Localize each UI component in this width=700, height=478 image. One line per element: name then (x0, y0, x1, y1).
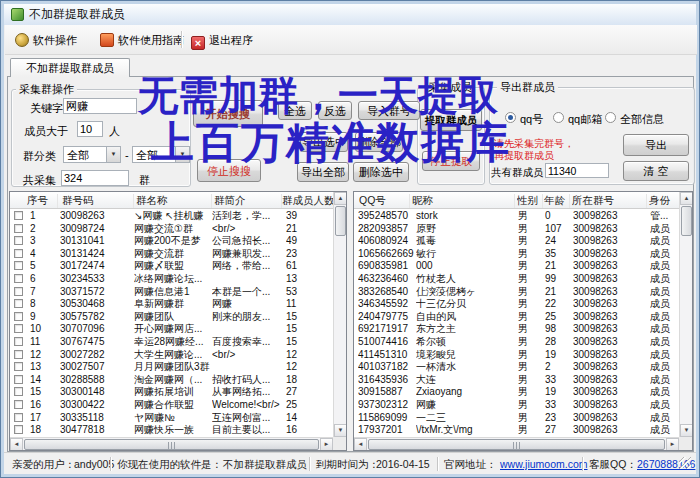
toolbar-item-exit[interactable]: ×退出程序 (191, 30, 253, 50)
member-table-row[interactable]: 282093857原野男10730098263成员 (354, 223, 692, 236)
member-table-row[interactable]: 510074416希尔顿男2830098263成员 (354, 336, 692, 349)
member-table-row[interactable]: 395248570stork男030098263管... (354, 210, 692, 223)
total-members-input[interactable] (545, 163, 609, 178)
column-header[interactable]: 所在群号 (572, 194, 647, 208)
column-header[interactable]: 群成员人数 (282, 194, 336, 208)
group-table-vscrollbar[interactable]: ▲ ▼ (333, 192, 346, 437)
column-header[interactable]: QQ号 (359, 194, 410, 208)
row-checkbox[interactable] (14, 287, 23, 296)
scroll-up-icon[interactable]: ▲ (334, 192, 347, 205)
member-table-vscrollbar[interactable]: ▲ ▼ (679, 192, 692, 437)
title-bar[interactable]: 不加群提取群成员 (4, 4, 696, 25)
scroll-up-icon[interactable]: ▲ (680, 192, 693, 205)
group-table-row[interactable]: 1030707096开心网赚网店...15 (10, 323, 346, 336)
chevron-down-icon[interactable]: ▼ (106, 147, 120, 162)
vscroll-thumb[interactable] (335, 206, 346, 236)
row-checkbox[interactable] (14, 400, 23, 409)
column-header[interactable]: 年龄 (544, 194, 570, 208)
delete-selected-button[interactable]: 删除选中 (353, 162, 409, 182)
row-checkbox[interactable] (14, 387, 23, 396)
row-checkbox[interactable] (14, 211, 23, 220)
group-table-row[interactable]: 1830477818网赚快乐一族目前主要以...16 (10, 424, 346, 437)
row-checkbox[interactable] (14, 350, 23, 359)
group-table-row[interactable]: 1530300148网赚拓展培训从事网络拓...27 (10, 386, 346, 399)
row-checkbox[interactable] (14, 274, 23, 283)
tab-extract-members[interactable]: 不加群提取群成员 (10, 58, 130, 77)
stop-search-button[interactable]: 停止搜搜 (197, 159, 261, 182)
column-header[interactable]: 群号码 (62, 194, 134, 208)
member-table-row[interactable]: 346345592十三亿分贝男2230098263成员 (354, 298, 692, 311)
group-table-row[interactable]: 630234533冰络网赚论坛...13 (10, 273, 346, 286)
group-table-hscrollbar[interactable]: ◄ ► (10, 437, 333, 450)
member-table-row[interactable]: 411451310境彩畯兒男1930098263成员 (354, 349, 692, 362)
group-table-row[interactable]: 530172474网赚〆联盟网络，带给...61 (10, 260, 346, 273)
group-table-row[interactable]: 1230027282大学生网赚论...<br/>12 (10, 349, 346, 362)
scroll-right-icon[interactable]: ► (320, 438, 333, 451)
export-button[interactable]: 导出 (623, 134, 689, 156)
extract-members-button[interactable]: 提取群成员 (420, 109, 482, 131)
row-checkbox[interactable] (14, 261, 23, 270)
export-all-button[interactable]: 导出全部 (297, 162, 349, 182)
member-table-row[interactable]: 240479775自由的风男2530098263成员 (354, 311, 692, 324)
delete-all-button[interactable]: 删除全部 (355, 132, 403, 152)
member-table-row[interactable]: 692171917东方之主男9830098263成员 (354, 323, 692, 336)
row-checkbox[interactable] (14, 249, 23, 258)
category-combo-1[interactable]: 全部 ▼ (63, 146, 121, 163)
row-checkbox[interactable] (14, 413, 23, 422)
group-table-header[interactable]: 序号群号码群名称群简介群成员人数 (10, 192, 333, 209)
clear-button[interactable]: 清 空 (623, 161, 689, 181)
member-table-row[interactable]: 30915887Zxiaoyang男1930098263成员 (354, 386, 692, 399)
row-checkbox[interactable] (14, 337, 23, 346)
member-table-row[interactable]: 937302312网赚男3330098263成员 (354, 399, 692, 412)
select-all-button[interactable]: 全选 (278, 101, 312, 120)
import-group-numbers-button[interactable]: 导入群号 (358, 101, 420, 120)
hscroll-thumb[interactable] (368, 439, 665, 450)
member-table-header[interactable]: QQ号昵称性别年龄所在群号身份 (354, 192, 679, 209)
group-table-row[interactable]: 1430288588淘金网赚网（...招收打码人...18 (10, 374, 346, 387)
group-table-row[interactable]: 1330027507月月网赚团队3群12 (10, 361, 346, 374)
row-checkbox[interactable] (14, 375, 23, 384)
scroll-left-icon[interactable]: ◄ (10, 438, 23, 451)
radio-all-info[interactable] (605, 112, 616, 123)
row-checkbox[interactable] (14, 312, 23, 321)
column-header[interactable]: 群名称 (136, 194, 212, 208)
member-table-row[interactable]: 463236460竹杖老人男9930098263成员 (354, 273, 692, 286)
group-table-row[interactable]: 430131424网赚交流群网赚兼职发...23 (10, 248, 346, 261)
keyword-input[interactable] (63, 98, 137, 114)
member-table-row[interactable]: 383268540仩湥莈偲栲ヶ男2130098263成员 (354, 286, 692, 299)
row-checkbox[interactable] (14, 324, 23, 333)
toolbar-item-guide[interactable]: 软件使用指南 (100, 30, 184, 50)
radio-qq-number[interactable] (505, 112, 516, 123)
column-header[interactable]: 身份 (649, 194, 683, 208)
row-checkbox[interactable] (14, 236, 23, 245)
scroll-down-icon[interactable]: ▼ (334, 424, 347, 437)
invert-select-button[interactable]: 反选 (318, 101, 352, 120)
toolbar-item-software-ops[interactable]: 软件操作 (15, 30, 77, 50)
website-link[interactable]: www.jiumoom.com (500, 458, 588, 470)
scroll-down-icon[interactable]: ▼ (680, 424, 693, 437)
export-selected-button[interactable]: 导出选中 (300, 132, 348, 152)
scroll-right-icon[interactable]: ► (666, 438, 679, 451)
start-search-button[interactable]: 开始搜搜 (193, 100, 263, 127)
column-header[interactable]: 群简介 (214, 194, 282, 208)
category-combo-2[interactable]: 全部 ▼ (132, 146, 190, 163)
radio-qq-email[interactable] (553, 112, 564, 123)
row-checkbox[interactable] (14, 425, 23, 434)
members-gt-input[interactable] (77, 121, 103, 137)
member-table-row[interactable]: 401037182一杯清水男230098263成员 (354, 361, 692, 374)
chevron-down-icon[interactable]: ▼ (175, 147, 189, 162)
resize-grip[interactable] (679, 457, 691, 469)
member-table-row[interactable]: 1065662669敏行男3530098263成员 (354, 248, 692, 261)
column-header[interactable]: 序号 (27, 194, 58, 208)
hscroll-thumb[interactable] (24, 439, 319, 450)
member-table-row[interactable]: 316435936大连男3330098263成员 (354, 374, 692, 387)
row-checkbox[interactable] (14, 224, 23, 233)
group-table-row[interactable]: 830530468阜新网赚群网赚11 (10, 298, 346, 311)
vscroll-thumb[interactable] (681, 206, 692, 236)
member-table-row[interactable]: 115869099一二三男2330098263成员 (354, 412, 692, 425)
group-table-row[interactable]: 930575782网赚团队刚来的朋友...15 (10, 311, 346, 324)
scroll-left-icon[interactable]: ◄ (354, 438, 367, 451)
row-checkbox[interactable] (14, 299, 23, 308)
group-table-row[interactable]: 1630300422网赚合作联盟Welcome!<br/>25 (10, 399, 346, 412)
group-table-row[interactable]: 730371572网赚信息港1本群是一个...53 (10, 286, 346, 299)
